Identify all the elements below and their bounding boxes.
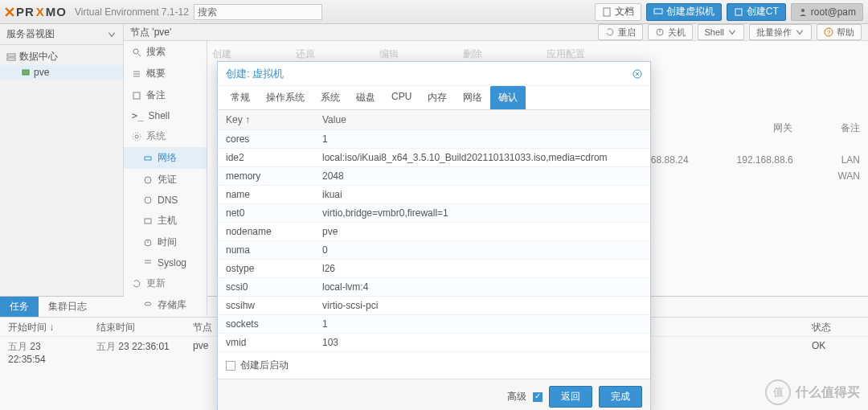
table-row[interactable]: scsihwvirtio-scsi-pci [218,297,650,315]
table-row[interactable]: ide2local:iso/iKuai8_x64_3.5.10_Build202… [218,149,650,167]
wizard-tab-7[interactable]: 确认 [490,86,526,109]
start-after-create-checkbox[interactable] [226,361,235,371]
wizard-tabs: 常规操作系统系统磁盘CPU内存网络确认 [218,86,650,110]
wizard-tab-5[interactable]: 内存 [420,86,455,109]
wizard-tab-4[interactable]: CPU [383,86,420,109]
col-value[interactable]: Value [314,110,650,130]
table-row[interactable]: cores1 [218,130,650,149]
wizard-tab-2[interactable]: 系统 [313,86,348,109]
watermark: 值 什么值得买 [765,379,860,405]
back-button[interactable]: 返回 [549,386,592,408]
wizard-tab-6[interactable]: 网络 [455,86,490,109]
col-key[interactable]: Key ↑ [218,110,314,130]
wizard-tab-3[interactable]: 磁盘 [348,86,383,109]
table-row[interactable]: scsi0local-lvm:4 [218,278,650,297]
wizard-tab-1[interactable]: 操作系统 [258,86,313,109]
table-row[interactable]: numa0 [218,241,650,260]
table-row[interactable]: nameikuai [218,186,650,204]
wizard-tab-0[interactable]: 常规 [223,86,258,109]
confirm-table: Key ↑ Value cores1ide2local:iso/iKuai8_x… [218,110,650,352]
dialog-title: 创建: 虚拟机 [226,67,284,81]
table-row[interactable]: net0virtio,bridge=vmbr0,firewall=1 [218,204,650,223]
create-vm-dialog: 创建: 虚拟机 常规操作系统系统磁盘CPU内存网络确认 Key ↑ Value … [217,61,651,410]
table-row[interactable]: nodenamepve [218,223,650,241]
start-after-create-label: 创建后启动 [240,359,289,372]
advanced-checkbox[interactable] [533,392,542,402]
advanced-label: 高级 [507,390,526,404]
close-icon[interactable] [633,69,642,79]
table-row[interactable]: vmid103 [218,334,650,352]
finish-button[interactable]: 完成 [599,386,642,408]
table-row[interactable]: sockets1 [218,315,650,334]
table-row[interactable]: ostypel26 [218,260,650,278]
table-row[interactable]: memory2048 [218,167,650,186]
